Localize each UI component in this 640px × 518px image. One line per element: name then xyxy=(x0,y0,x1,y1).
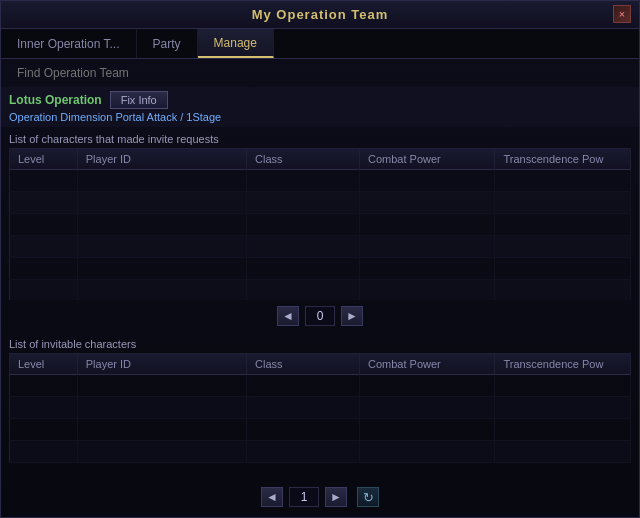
invitable-tbody xyxy=(10,375,631,463)
table-row xyxy=(10,397,631,419)
col-header-player-1: Player ID xyxy=(77,149,246,170)
invitable-container: Level Player ID Class Combat Power Trans… xyxy=(1,353,639,473)
find-bar xyxy=(1,59,639,87)
invite-requests-table: Level Player ID Class Combat Power Trans… xyxy=(9,148,631,300)
table-row xyxy=(10,375,631,397)
col-header-combat-1: Combat Power xyxy=(360,149,495,170)
invitable-table: Level Player ID Class Combat Power Trans… xyxy=(9,353,631,463)
table-row xyxy=(10,170,631,192)
table-row xyxy=(10,214,631,236)
table-row xyxy=(10,192,631,214)
tab-inner-label: Inner Operation T... xyxy=(17,37,120,51)
find-input[interactable] xyxy=(17,66,217,80)
invite-requests-table-wrapper: Level Player ID Class Combat Power Trans… xyxy=(9,148,631,300)
invitable-title: List of invitable characters xyxy=(1,332,639,353)
close-button[interactable]: × xyxy=(613,5,631,23)
invitable-pagination: ◄ 1 ► ↻ xyxy=(1,487,639,507)
operation-description: Operation Dimension Portal Attack / 1Sta… xyxy=(9,111,631,123)
col-header-level-2: Level xyxy=(10,354,78,375)
table-row xyxy=(10,419,631,441)
invite-requests-pagination: ◄ 0 ► xyxy=(1,300,639,332)
operation-desc-prefix: Operation Dimension Portal Attack / xyxy=(9,111,186,123)
col-header-level-1: Level xyxy=(10,149,78,170)
invite-requests-header-row: Level Player ID Class Combat Power Trans… xyxy=(10,149,631,170)
table-row xyxy=(10,258,631,280)
operation-name-text: Lotus Operation xyxy=(9,93,102,107)
tab-manage[interactable]: Manage xyxy=(198,29,274,58)
tab-manage-label: Manage xyxy=(214,36,257,50)
invitable-page-number: 1 xyxy=(289,487,319,507)
col-header-class-2: Class xyxy=(247,354,360,375)
refresh-button[interactable]: ↻ xyxy=(357,487,379,507)
invitable-table-wrapper: Level Player ID Class Combat Power Trans… xyxy=(9,353,631,473)
table-row xyxy=(10,441,631,463)
invite-requests-title: List of characters that made invite requ… xyxy=(1,127,639,148)
table-row xyxy=(10,236,631,258)
invite-page-number: 0 xyxy=(305,306,335,326)
tab-party[interactable]: Party xyxy=(137,29,198,58)
operation-info: Lotus Operation Fix Info Operation Dimen… xyxy=(1,87,639,127)
col-header-transcendence-2: Transcendence Pow xyxy=(495,354,631,375)
title-bar: My Operation Team × xyxy=(1,1,639,29)
table-row xyxy=(10,280,631,301)
invite-requests-tbody xyxy=(10,170,631,301)
invite-next-button[interactable]: ► xyxy=(341,306,363,326)
tabs-bar: Inner Operation T... Party Manage xyxy=(1,29,639,59)
invite-requests-container: Level Player ID Class Combat Power Trans… xyxy=(1,148,639,300)
tab-inner-operation[interactable]: Inner Operation T... xyxy=(1,29,137,58)
invite-prev-button[interactable]: ◄ xyxy=(277,306,299,326)
operation-stage: 1Stage xyxy=(186,111,221,123)
invitable-prev-button[interactable]: ◄ xyxy=(261,487,283,507)
col-header-class-1: Class xyxy=(247,149,360,170)
window-title: My Operation Team xyxy=(252,7,389,22)
main-window: My Operation Team × Inner Operation T...… xyxy=(0,0,640,518)
col-header-combat-2: Combat Power xyxy=(360,354,495,375)
col-header-player-2: Player ID xyxy=(77,354,246,375)
fix-info-button[interactable]: Fix Info xyxy=(110,91,168,109)
operation-name-row: Lotus Operation Fix Info xyxy=(9,91,631,109)
invitable-header-row: Level Player ID Class Combat Power Trans… xyxy=(10,354,631,375)
invitable-next-button[interactable]: ► xyxy=(325,487,347,507)
tab-party-label: Party xyxy=(153,37,181,51)
col-header-transcendence-1: Transcendence Pow xyxy=(495,149,631,170)
